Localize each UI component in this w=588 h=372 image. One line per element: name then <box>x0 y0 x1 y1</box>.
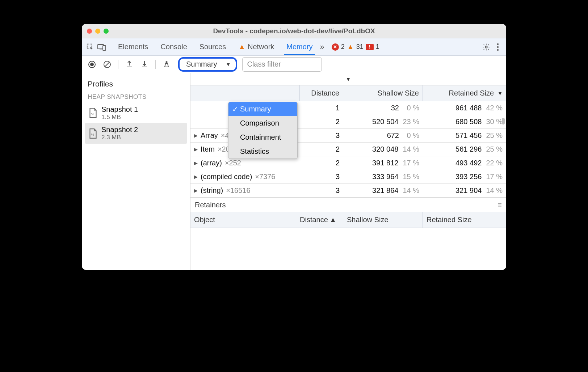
warning-count: 31 <box>356 43 364 51</box>
retainers-title: Retainers <box>195 201 226 209</box>
svg-text:%: % <box>91 132 94 136</box>
snapshot-name: Snapshot 1 <box>101 105 138 114</box>
warning-icon: ▲ <box>238 43 245 51</box>
svg-point-4 <box>497 43 499 45</box>
dropdown-option-comparison[interactable]: Comparison <box>228 116 297 130</box>
col-retained-size[interactable]: Retained Size ▼ <box>423 85 506 101</box>
dropdown-option-statistics[interactable]: Statistics <box>228 144 297 158</box>
view-select-label: Summary <box>186 60 217 68</box>
filter-dropdown-row[interactable]: ▼ <box>190 73 506 85</box>
tab-overflow-icon[interactable]: » <box>320 42 324 52</box>
import-icon[interactable] <box>139 59 150 69</box>
table-header: Distance Shallow Size Retained Size ▼ <box>190 85 506 101</box>
expand-icon[interactable]: ▶ <box>194 133 198 138</box>
inspect-icon[interactable] <box>85 42 95 52</box>
sort-desc-icon: ▼ <box>497 90 503 96</box>
device-toggle-icon[interactable] <box>97 42 106 52</box>
snapshot-file-icon: % <box>88 128 98 139</box>
retainers-empty <box>190 228 506 270</box>
snapshot-size: 2.3 MB <box>101 134 138 141</box>
error-badge-icon[interactable]: ✕ <box>332 43 339 51</box>
chevron-down-icon: ▼ <box>226 62 231 67</box>
separator <box>118 60 118 69</box>
expand-icon[interactable]: ▶ <box>194 160 198 166</box>
profiles-heading: Profiles <box>85 77 187 93</box>
panel-tabs: Elements Console Sources ▲Network Memory <box>117 39 314 55</box>
tab-sources[interactable]: Sources <box>199 39 227 55</box>
svg-point-8 <box>90 63 94 66</box>
snapshot-name: Snapshot 2 <box>101 125 138 134</box>
svg-point-3 <box>485 46 487 48</box>
retainers-columns: Object Distance ▲ Shallow Size Retained … <box>190 212 506 228</box>
record-icon[interactable] <box>87 59 97 69</box>
tab-network[interactable]: ▲Network <box>238 39 275 55</box>
export-icon[interactable] <box>124 59 134 69</box>
status-bar: ✕ 2 ▲ 31 ! 1 <box>332 43 379 51</box>
clear-icon[interactable] <box>102 59 112 69</box>
table-row[interactable]: ▶(string)×16516 3 321 86414 % 321 90414 … <box>190 184 506 198</box>
section-heap-snapshots: HEAP SNAPSHOTS <box>85 93 187 103</box>
tab-console[interactable]: Console <box>160 39 188 55</box>
svg-rect-2 <box>103 46 106 50</box>
titlebar: DevTools - codepen.io/web-dot-dev/live/P… <box>82 24 506 38</box>
tab-memory[interactable]: Memory <box>286 39 313 55</box>
class-filter-input[interactable]: Class filter <box>242 57 322 72</box>
chevron-down-icon: ▼ <box>346 76 351 82</box>
snapshot-size: 1.5 MB <box>101 114 138 121</box>
garbage-collect-icon[interactable] <box>161 59 172 69</box>
expand-icon[interactable]: ▶ <box>194 188 198 193</box>
col-constructor[interactable] <box>190 85 300 101</box>
col-distance[interactable]: Distance ▲ <box>296 212 343 228</box>
settings-icon[interactable] <box>482 42 491 52</box>
svg-point-6 <box>497 49 499 50</box>
window-title: DevTools - codepen.io/web-dot-dev/live/P… <box>82 27 506 35</box>
col-distance[interactable]: Distance <box>300 85 343 101</box>
error-count: 2 <box>341 43 345 51</box>
snapshot-file-icon: % <box>88 107 98 118</box>
col-shallow-size[interactable]: Shallow Size <box>343 212 423 228</box>
svg-line-10 <box>105 62 109 67</box>
dropdown-option-summary[interactable]: Summary <box>228 102 297 116</box>
devtools-window: DevTools - codepen.io/web-dot-dev/live/P… <box>82 24 506 270</box>
issues-count: 1 <box>376 43 379 51</box>
svg-text:%: % <box>91 112 94 116</box>
view-select[interactable]: Summary ▼ <box>178 57 237 72</box>
expand-icon[interactable]: ▶ <box>194 174 198 179</box>
menu-icon[interactable]: ≡ <box>497 201 502 209</box>
devtools-tabstrip: Elements Console Sources ▲Network Memory… <box>82 38 506 56</box>
issues-badge-icon[interactable]: ! <box>366 44 374 50</box>
tab-elements[interactable]: Elements <box>117 39 149 55</box>
col-shallow-size[interactable]: Shallow Size <box>343 85 423 101</box>
profiles-sidebar: Profiles HEAP SNAPSHOTS % Snapshot 1 1.5… <box>82 73 190 270</box>
svg-point-5 <box>497 46 499 47</box>
expand-icon[interactable]: ▶ <box>194 147 198 152</box>
more-icon[interactable] <box>493 42 503 52</box>
view-select-dropdown: Summary Comparison Containment Statistic… <box>228 102 298 159</box>
col-object[interactable]: Object <box>190 212 296 228</box>
sort-asc-icon: ▲ <box>329 216 337 224</box>
col-retained-size[interactable]: Retained Size <box>423 212 506 228</box>
warning-badge-icon[interactable]: ▲ <box>347 43 354 51</box>
retainers-header: Retainers ≡ <box>190 198 506 212</box>
snapshot-item[interactable]: % Snapshot 2 2.3 MB <box>85 123 187 143</box>
dropdown-option-containment[interactable]: Containment <box>228 130 297 144</box>
table-row[interactable]: ▶(compiled code)×7376 3 333 96415 % 393 … <box>190 170 506 184</box>
memory-toolbar: Summary ▼ Class filter <box>82 56 506 73</box>
separator <box>155 60 156 69</box>
scrollbar-thumb[interactable] <box>502 118 505 124</box>
snapshot-item[interactable]: % Snapshot 1 1.5 MB <box>85 103 187 123</box>
